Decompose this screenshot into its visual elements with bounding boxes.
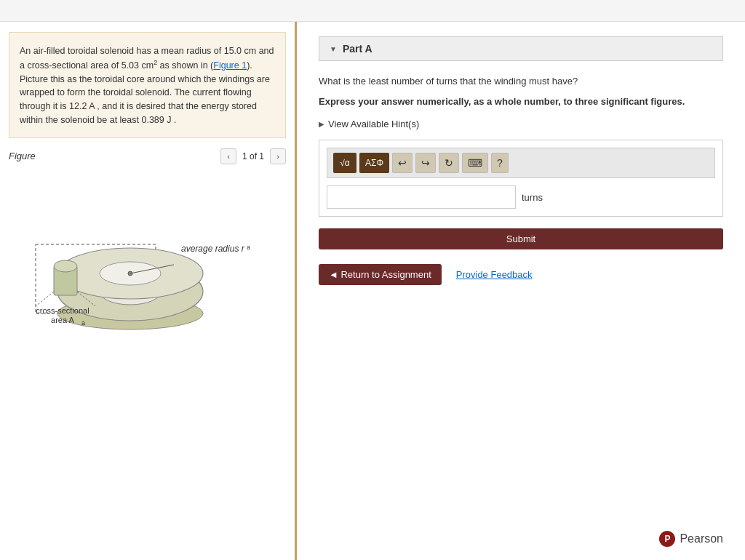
part-collapse-arrow: ▼: [330, 45, 337, 53]
instruction-text: Express your answer numerically, as a wh…: [319, 95, 723, 109]
problem-statement: An air-filled toroidal solenoid has a me…: [9, 32, 286, 138]
alpha-sigma-phi-button[interactable]: ΑΣΦ: [359, 153, 389, 173]
pearson-logo-letter: P: [664, 534, 670, 544]
svg-text:area A: area A: [51, 316, 74, 324]
answer-box: √α ΑΣΦ ↩ ↪ ↻ ⌨ ?: [319, 140, 723, 217]
answer-input[interactable]: [327, 185, 516, 209]
pearson-footer: P Pearson: [659, 531, 723, 547]
unit-label: turns: [522, 192, 543, 203]
toolbar: √α ΑΣΦ ↩ ↪ ↻ ⌨ ?: [327, 148, 715, 178]
figure-header: Figure ‹ 1 of 1 ›: [0, 144, 295, 169]
return-to-assignment-button[interactable]: ◄ Return to Assignment: [319, 264, 442, 285]
hint-arrow-icon: ▶: [319, 120, 324, 128]
part-header[interactable]: ▼ Part A: [319, 36, 723, 61]
provide-feedback-button[interactable]: Provide Feedback: [456, 269, 533, 280]
top-bar: [0, 0, 745, 22]
refresh-icon: ↻: [445, 157, 453, 169]
refresh-button[interactable]: ↻: [439, 153, 459, 173]
action-row: ◄ Return to Assignment Provide Feedback: [319, 264, 723, 285]
figure-next-button[interactable]: ›: [270, 148, 286, 164]
undo-icon: ↩: [398, 157, 407, 169]
svg-line-15: [36, 292, 54, 306]
figure-canvas[interactable]: average radius r a cross-sectional area …: [0, 169, 295, 560]
figure-link[interactable]: Figure 1: [213, 60, 247, 71]
left-panel: An air-filled toroidal solenoid has a me…: [0, 22, 297, 560]
svg-text:a: a: [247, 244, 250, 251]
svg-text:a: a: [81, 319, 85, 327]
keyboard-button[interactable]: ⌨: [462, 153, 488, 173]
svg-text:cross-sectional: cross-sectional: [36, 306, 89, 315]
figure-page-indicator: 1 of 1: [242, 151, 264, 161]
question-text: What is the least number of turns that t…: [319, 74, 723, 89]
alpha-sigma-phi-icon: ΑΣΦ: [365, 158, 383, 168]
keyboard-icon: ⌨: [468, 157, 482, 169]
pearson-logo: P: [659, 531, 675, 547]
undo-button[interactable]: ↩: [392, 153, 413, 173]
redo-button[interactable]: ↪: [415, 153, 436, 173]
figure-section: Figure ‹ 1 of 1 ›: [0, 144, 295, 560]
help-button[interactable]: ?: [491, 153, 509, 173]
sqrt-alpha-button[interactable]: √α: [333, 153, 356, 173]
submit-button[interactable]: Submit: [319, 228, 723, 249]
figure-navigation: ‹ 1 of 1 ›: [220, 148, 286, 164]
right-panel: ▼ Part A What is the least number of tur…: [297, 22, 745, 560]
figure-prev-button[interactable]: ‹: [220, 148, 236, 164]
svg-point-7: [54, 260, 77, 272]
input-row: turns: [327, 185, 715, 209]
pearson-label: Pearson: [680, 532, 723, 545]
figure-title: Figure: [9, 151, 36, 161]
help-icon: ?: [497, 157, 503, 169]
part-title: Part A: [343, 43, 372, 55]
hint-toggle-label: View Available Hint(s): [328, 119, 419, 129]
redo-icon: ↪: [421, 157, 430, 169]
svg-text:average radius r: average radius r: [181, 244, 245, 254]
sqrt-alpha-icon: √α: [340, 158, 350, 168]
toroid-diagram: average radius r a cross-sectional area …: [25, 179, 265, 339]
hint-toggle[interactable]: ▶ View Available Hint(s): [319, 119, 723, 129]
